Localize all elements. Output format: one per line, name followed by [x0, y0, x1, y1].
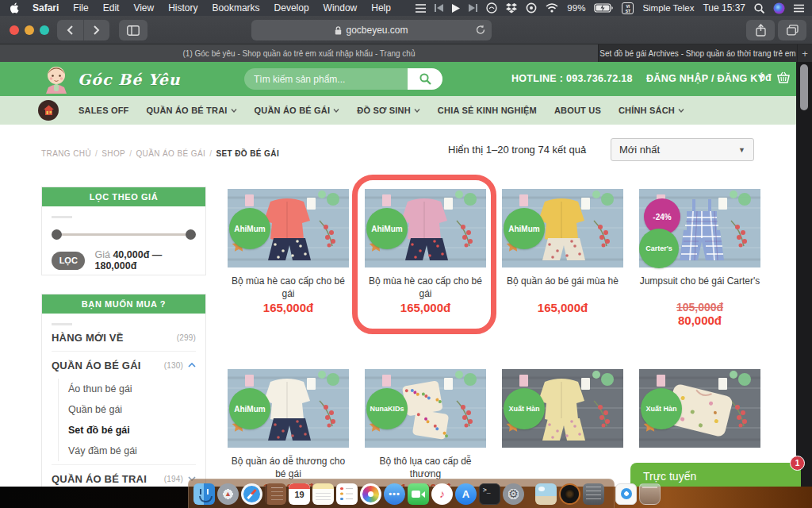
menu-bar-clock[interactable]: Tue 15:37	[703, 2, 745, 13]
subcategory-item-3[interactable]: Váy đầm bé gái	[68, 441, 205, 461]
product-card-2[interactable]: AhiMumBộ quần áo bé gái mùa hè165,000đ	[502, 189, 623, 314]
filter-apply-button[interactable]: LỌC	[52, 252, 85, 270]
home-nav-button[interactable]	[38, 100, 59, 121]
menu-item-file[interactable]: File	[66, 0, 95, 16]
nav-item-4[interactable]: CHIA SẺ KINH NGHIỆM	[429, 96, 546, 125]
product-card-4[interactable]: AhiMumBộ quần áo dễ thương cho bé gái165…	[228, 369, 349, 487]
speaker-dock-icon[interactable]	[559, 483, 580, 505]
media-prev-icon[interactable]	[435, 4, 443, 12]
site-logo[interactable]: Góc Bé Yêu	[41, 64, 181, 95]
product-card-5[interactable]: NunaKIDsBộ thô lụa cao cấp dễ thương140,…	[365, 369, 486, 487]
subcategory-item-0[interactable]: Áo thun bé gái	[68, 379, 205, 399]
media-play-icon[interactable]	[452, 4, 460, 13]
wifi-icon[interactable]	[546, 3, 558, 13]
price-slider-handle-min[interactable]	[52, 229, 62, 240]
back-button[interactable]	[57, 20, 84, 40]
product-card-3[interactable]: -24%Carter'sJumpsuit cho bé gái Carter's…	[639, 189, 760, 327]
new-tab-button[interactable]: +	[798, 44, 812, 62]
minimize-window-button[interactable]	[25, 25, 34, 35]
battery-icon[interactable]	[594, 3, 613, 13]
forward-button[interactable]	[84, 20, 110, 40]
tab-overview-button[interactable]	[778, 20, 806, 40]
menu-item-view[interactable]: View	[126, 0, 161, 16]
page-scrollbar-thumb[interactable]	[800, 64, 808, 110]
downloads-dock-icon[interactable]	[615, 483, 637, 505]
breadcrumb-item-0[interactable]: TRANG CHỦ	[41, 149, 91, 158]
spotlight-search-icon[interactable]	[754, 3, 764, 13]
product-title[interactable]: Bộ quần áo dễ thương cho bé gái	[228, 455, 349, 481]
close-window-button[interactable]	[10, 25, 19, 35]
search-input[interactable]	[244, 68, 408, 90]
facetime-dock-icon[interactable]	[408, 483, 429, 505]
notes-dock-icon[interactable]	[312, 483, 334, 505]
launchpad-dock-icon[interactable]	[217, 483, 239, 505]
breadcrumb-item-2[interactable]: QUẦN ÁO BÉ GÁI	[136, 149, 205, 158]
cart-button[interactable]: 0đ	[760, 71, 791, 83]
category-item-2[interactable]: QUẦN ÁO BÉ TRAI(194)	[42, 467, 205, 487]
price-slider-track[interactable]	[53, 233, 194, 236]
notification-center-icon[interactable]	[794, 4, 804, 13]
menu-item-edit[interactable]: Edit	[96, 0, 127, 16]
product-title[interactable]: Bộ quần áo bé gái mùa hè	[502, 275, 623, 301]
reload-icon[interactable]	[476, 25, 485, 37]
tab-set-do-be-gai[interactable]: Set đồ bé gái Archives - Shop quần áo th…	[599, 44, 798, 62]
price-slider-handle-max[interactable]	[186, 229, 196, 240]
nav-item-1[interactable]: QUẦN ÁO BÉ TRAI	[138, 96, 246, 125]
apple-menu-icon[interactable]	[8, 2, 25, 13]
nav-item-5[interactable]: ABOUT US	[546, 96, 610, 125]
creative-cloud-icon[interactable]	[486, 2, 497, 13]
product-card-6[interactable]: Xuất Hàn	[502, 369, 623, 448]
login-register-link[interactable]: ĐĂNG NHẬP / ĐĂNG KÝ	[646, 73, 764, 84]
address-bar[interactable]: gocbeyeu.com	[251, 20, 492, 40]
input-source-label[interactable]: Simple Telex	[642, 3, 694, 13]
tab-home[interactable]: (1) Góc bé yêu - Shop quần áo trẻ em xuấ…	[0, 44, 599, 62]
product-card-7[interactable]: Xuất Hàn	[639, 369, 760, 448]
dropbox-icon[interactable]	[506, 3, 517, 13]
zoom-window-button[interactable]	[40, 25, 49, 35]
menu-item-develop[interactable]: Develop	[267, 0, 316, 16]
sidebar-toggle-button[interactable]	[119, 20, 147, 40]
music-dock-icon[interactable]: ♪	[431, 483, 453, 505]
category-item-1[interactable]: QUẦN ÁO BÉ GÁI(130)	[42, 353, 205, 377]
sort-dropdown[interactable]: Mới nhất ▼	[611, 138, 754, 161]
product-card-0[interactable]: AhiMumBộ mùa hè cao cấp cho bé gái165,00…	[228, 189, 349, 314]
menu-item-window[interactable]: Window	[316, 0, 365, 16]
menu-item-safari[interactable]: Safari	[25, 0, 66, 16]
search-submit-button[interactable]	[408, 68, 442, 90]
nav-item-6[interactable]: CHÍNH SÁCH	[610, 96, 693, 125]
category-item-0[interactable]: HÀNG MỚI VỀ(299)	[42, 325, 205, 349]
ledger-dock-icon[interactable]	[583, 483, 604, 505]
terminal-dock-icon[interactable]: >_	[479, 483, 500, 505]
siri-icon[interactable]	[773, 2, 785, 14]
subcategory-item-2[interactable]: Set đồ bé gái	[68, 420, 205, 441]
menu-item-history[interactable]: History	[161, 0, 205, 16]
input-source-icon[interactable]: VIST	[622, 2, 634, 14]
menu-item-bookmarks[interactable]: Bookmarks	[205, 0, 267, 16]
trash-dock-icon[interactable]	[639, 483, 661, 505]
nav-item-3[interactable]: ĐỒ SƠ SINH	[348, 96, 429, 125]
safari-dock-icon[interactable]	[241, 483, 262, 505]
appstore-dock-icon[interactable]: A	[455, 483, 477, 505]
product-title[interactable]: Bộ mùa hè cao cấp cho bé gái	[365, 275, 486, 301]
subcategory-item-1[interactable]: Quần bé gái	[68, 399, 205, 420]
nav-item-2[interactable]: QUẦN ÁO BÉ GÁI	[246, 96, 349, 125]
nav-item-0[interactable]: SALES OFF	[70, 96, 138, 125]
calendar-dock-icon[interactable]: 19	[289, 483, 310, 505]
system-preferences-dock-icon[interactable]: ⚙	[503, 483, 524, 505]
reminders-dock-icon[interactable]	[336, 483, 358, 505]
list-lines-icon[interactable]	[416, 4, 426, 13]
status-circle-icon[interactable]	[526, 2, 537, 13]
breadcrumb-item-1[interactable]: SHOP	[102, 149, 125, 158]
share-button[interactable]	[746, 20, 775, 40]
product-title[interactable]: Bộ mùa hè cao cấp cho bé gái	[228, 275, 349, 301]
contacts-dock-icon[interactable]	[265, 483, 286, 505]
product-title[interactable]: Bộ thô lụa cao cấp dễ thương	[365, 455, 486, 481]
photos-dock-icon[interactable]	[360, 483, 381, 505]
finder-dock-icon[interactable]	[193, 483, 215, 505]
menu-item-help[interactable]: Help	[364, 0, 398, 16]
product-card-1[interactable]: AhiMumBộ mùa hè cao cấp cho bé gái165,00…	[365, 189, 486, 314]
messages-dock-icon[interactable]: •••	[384, 483, 405, 505]
preview-dock-icon[interactable]	[535, 483, 557, 505]
product-title[interactable]: Jumpsuit cho bé gái Carter's	[639, 275, 760, 301]
page-scrollbar-track[interactable]	[796, 62, 812, 487]
